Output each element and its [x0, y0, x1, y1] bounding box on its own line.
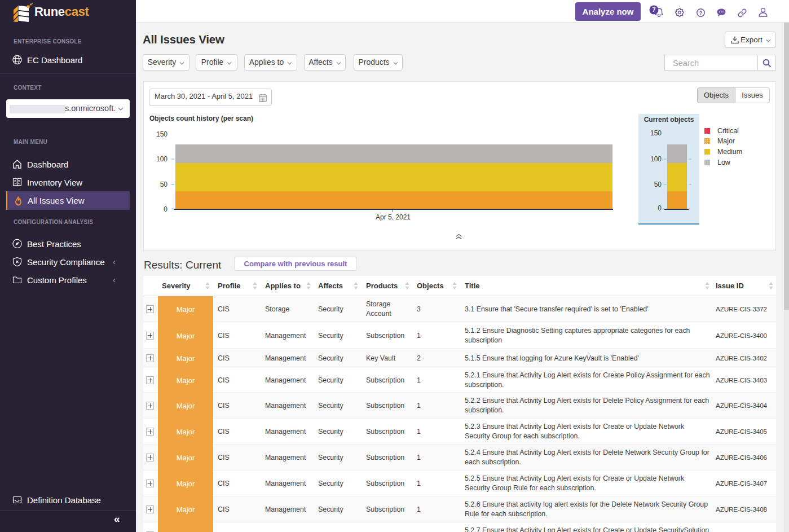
svg-text:?: ? — [699, 10, 703, 16]
svg-text:7: 7 — [652, 6, 655, 13]
